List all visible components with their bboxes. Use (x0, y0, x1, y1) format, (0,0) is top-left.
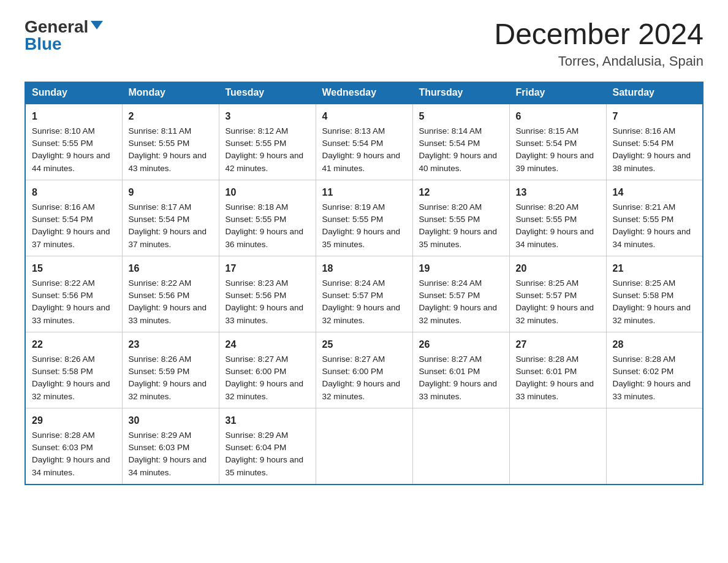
sunrise-text: Sunrise: 8:12 AM (226, 126, 289, 136)
calendar-cell: 6Sunrise: 8:15 AMSunset: 5:54 PMDaylight… (509, 104, 606, 180)
day-number: 28 (613, 337, 697, 352)
week-row-2: 8Sunrise: 8:16 AMSunset: 5:54 PMDaylight… (25, 180, 703, 256)
sunrise-text: Sunrise: 8:11 AM (129, 126, 192, 136)
day-number: 7 (613, 109, 697, 124)
sunset-text: Sunset: 5:55 PM (226, 215, 287, 224)
daylight-text: Daylight: 9 hours and 32 minutes. (322, 379, 401, 400)
daylight-text: Daylight: 9 hours and 32 minutes. (419, 303, 498, 324)
sunrise-text: Sunrise: 8:27 AM (419, 354, 482, 364)
day-number: 30 (129, 413, 213, 428)
sunrise-text: Sunrise: 8:27 AM (226, 354, 289, 364)
day-number: 17 (226, 261, 309, 276)
calendar-cell: 19Sunrise: 8:24 AMSunset: 5:57 PMDayligh… (412, 256, 509, 332)
sunrise-text: Sunrise: 8:25 AM (613, 278, 676, 288)
sunrise-text: Sunrise: 8:22 AM (129, 278, 192, 288)
location: Torres, Andalusia, Spain (494, 53, 703, 69)
calendar-body: 1Sunrise: 8:10 AMSunset: 5:55 PMDaylight… (25, 104, 703, 484)
sunrise-text: Sunrise: 8:27 AM (322, 354, 385, 364)
day-number: 3 (226, 109, 309, 124)
logo: General Blue (25, 18, 103, 53)
calendar-cell: 2Sunrise: 8:11 AMSunset: 5:55 PMDaylight… (122, 104, 219, 180)
calendar-cell: 3Sunrise: 8:12 AMSunset: 5:55 PMDaylight… (219, 104, 316, 180)
calendar-cell: 5Sunrise: 8:14 AMSunset: 5:54 PMDaylight… (412, 104, 509, 180)
sunrise-text: Sunrise: 8:18 AM (226, 202, 289, 212)
sunset-text: Sunset: 6:02 PM (613, 367, 674, 376)
header-day-saturday: Saturday (606, 82, 703, 104)
daylight-text: Daylight: 9 hours and 34 minutes. (32, 455, 110, 477)
day-number: 25 (322, 337, 406, 352)
calendar-cell: 30Sunrise: 8:29 AMSunset: 6:03 PMDayligh… (122, 408, 219, 484)
sunset-text: Sunset: 6:04 PM (226, 443, 287, 452)
sunrise-text: Sunrise: 8:24 AM (419, 278, 482, 288)
daylight-text: Daylight: 9 hours and 32 minutes. (226, 379, 304, 400)
day-number: 14 (613, 185, 697, 200)
sunrise-text: Sunrise: 8:13 AM (322, 126, 385, 136)
calendar-table: SundayMondayTuesdayWednesdayThursdayFrid… (25, 82, 703, 485)
sunrise-text: Sunrise: 8:28 AM (613, 354, 676, 364)
day-number: 8 (32, 185, 116, 200)
daylight-text: Daylight: 9 hours and 43 minutes. (129, 151, 207, 172)
sunrise-text: Sunrise: 8:26 AM (32, 354, 95, 364)
calendar-cell: 21Sunrise: 8:25 AMSunset: 5:58 PMDayligh… (606, 256, 703, 332)
day-number: 20 (516, 261, 600, 276)
logo-blue-text: Blue (25, 36, 62, 53)
week-row-4: 22Sunrise: 8:26 AMSunset: 5:58 PMDayligh… (25, 332, 703, 408)
day-number: 2 (129, 109, 213, 124)
day-number: 13 (516, 185, 600, 200)
sunset-text: Sunset: 5:56 PM (226, 291, 287, 300)
calendar-cell: 22Sunrise: 8:26 AMSunset: 5:58 PMDayligh… (25, 332, 122, 408)
daylight-text: Daylight: 9 hours and 42 minutes. (226, 151, 304, 172)
daylight-text: Daylight: 9 hours and 41 minutes. (322, 151, 401, 172)
day-number: 31 (226, 413, 309, 428)
daylight-text: Daylight: 9 hours and 32 minutes. (32, 379, 110, 400)
day-number: 21 (613, 261, 697, 276)
daylight-text: Daylight: 9 hours and 32 minutes. (516, 303, 594, 324)
calendar-cell: 10Sunrise: 8:18 AMSunset: 5:55 PMDayligh… (219, 180, 316, 256)
daylight-text: Daylight: 9 hours and 33 minutes. (32, 303, 110, 324)
day-number: 11 (322, 185, 406, 200)
daylight-text: Daylight: 9 hours and 35 minutes. (419, 227, 498, 248)
sunset-text: Sunset: 5:54 PM (32, 215, 93, 224)
calendar-cell: 25Sunrise: 8:27 AMSunset: 6:00 PMDayligh… (316, 332, 412, 408)
calendar-cell: 26Sunrise: 8:27 AMSunset: 6:01 PMDayligh… (412, 332, 509, 408)
sunset-text: Sunset: 5:58 PM (32, 367, 93, 376)
sunrise-text: Sunrise: 8:23 AM (226, 278, 289, 288)
day-number: 4 (322, 109, 406, 124)
sunset-text: Sunset: 5:54 PM (613, 139, 674, 148)
sunset-text: Sunset: 6:00 PM (226, 367, 287, 376)
daylight-text: Daylight: 9 hours and 33 minutes. (613, 379, 691, 400)
day-number: 23 (129, 337, 213, 352)
sunset-text: Sunset: 6:00 PM (322, 367, 384, 376)
sunset-text: Sunset: 6:03 PM (32, 443, 93, 452)
logo-triangle-icon (91, 21, 103, 29)
sunrise-text: Sunrise: 8:26 AM (129, 354, 192, 364)
sunset-text: Sunset: 5:54 PM (419, 139, 480, 148)
sunrise-text: Sunrise: 8:28 AM (32, 431, 95, 440)
header-day-tuesday: Tuesday (219, 82, 316, 104)
sunset-text: Sunset: 5:54 PM (322, 139, 384, 148)
sunset-text: Sunset: 6:01 PM (516, 367, 577, 376)
sunrise-text: Sunrise: 8:14 AM (419, 126, 482, 136)
daylight-text: Daylight: 9 hours and 44 minutes. (32, 151, 110, 172)
calendar-cell: 16Sunrise: 8:22 AMSunset: 5:56 PMDayligh… (122, 256, 219, 332)
calendar-cell: 29Sunrise: 8:28 AMSunset: 6:03 PMDayligh… (25, 408, 122, 484)
calendar-cell: 8Sunrise: 8:16 AMSunset: 5:54 PMDaylight… (25, 180, 122, 256)
daylight-text: Daylight: 9 hours and 32 minutes. (322, 303, 401, 324)
calendar-cell: 14Sunrise: 8:21 AMSunset: 5:55 PMDayligh… (606, 180, 703, 256)
daylight-text: Daylight: 9 hours and 39 minutes. (516, 151, 594, 172)
sunset-text: Sunset: 6:03 PM (129, 443, 190, 452)
daylight-text: Daylight: 9 hours and 35 minutes. (322, 227, 401, 248)
sunset-text: Sunset: 5:54 PM (516, 139, 577, 148)
calendar-cell: 27Sunrise: 8:28 AMSunset: 6:01 PMDayligh… (509, 332, 606, 408)
sunrise-text: Sunrise: 8:20 AM (419, 202, 482, 212)
calendar-cell: 4Sunrise: 8:13 AMSunset: 5:54 PMDaylight… (316, 104, 412, 180)
daylight-text: Daylight: 9 hours and 33 minutes. (419, 379, 498, 400)
calendar-cell (606, 408, 703, 484)
sunrise-text: Sunrise: 8:29 AM (129, 431, 192, 440)
day-number: 9 (129, 185, 213, 200)
calendar-cell: 31Sunrise: 8:29 AMSunset: 6:04 PMDayligh… (219, 408, 316, 484)
sunset-text: Sunset: 5:55 PM (226, 139, 287, 148)
page-header: General Blue December 2024 Torres, Andal… (25, 18, 703, 69)
day-number: 19 (419, 261, 503, 276)
daylight-text: Daylight: 9 hours and 37 minutes. (32, 227, 110, 248)
